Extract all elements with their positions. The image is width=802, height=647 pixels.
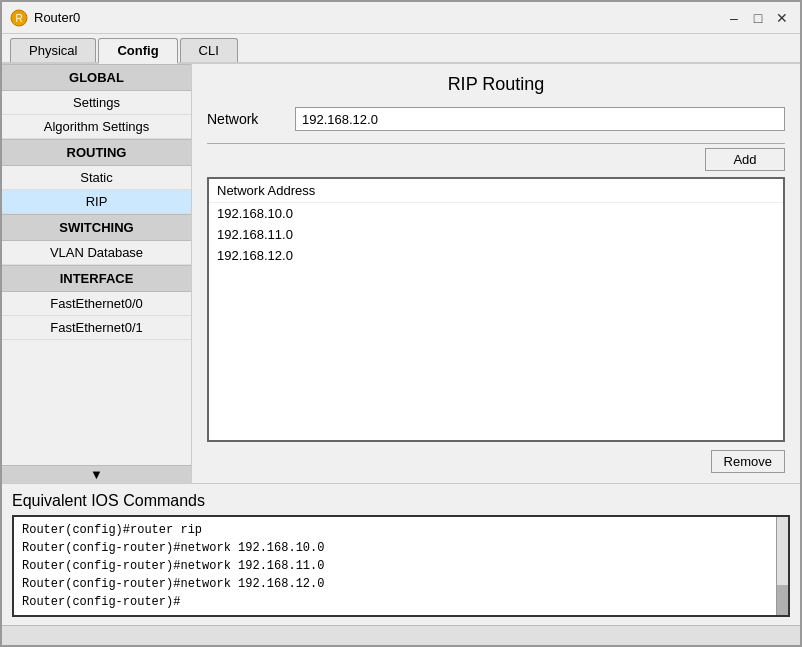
network-row: Network (207, 107, 785, 131)
main-window: R Router0 – □ ✕ Physical Config CLI GLOB… (0, 0, 802, 647)
app-icon: R (10, 9, 28, 27)
sidebar-section-interface: INTERFACE (2, 265, 191, 292)
sidebar-item-fastethernet00[interactable]: FastEthernet0/0 (2, 292, 191, 316)
divider-line (207, 143, 785, 144)
ios-command-line: Router(config)#router rip (22, 521, 780, 539)
sidebar-item-rip[interactable]: RIP (2, 190, 191, 214)
chevron-down-icon: ▼ (90, 467, 103, 482)
network-input[interactable] (295, 107, 785, 131)
window-title: Router0 (34, 10, 724, 25)
sidebar-scroll-down[interactable]: ▼ (2, 465, 191, 483)
list-item[interactable]: 192.168.12.0 (209, 245, 783, 266)
maximize-button[interactable]: □ (748, 8, 768, 28)
ios-commands-box: Router(config)#router rip Router(config-… (12, 515, 790, 617)
sidebar-item-algorithm-settings[interactable]: Algorithm Settings (2, 115, 191, 139)
sidebar-section-switching: SWITCHING (2, 214, 191, 241)
title-bar: R Router0 – □ ✕ (2, 2, 800, 34)
network-list-container: Network Address 192.168.10.0 192.168.11.… (207, 177, 785, 442)
remove-button[interactable]: Remove (711, 450, 785, 473)
ios-command-line: Router(config-router)#network 192.168.10… (22, 539, 780, 557)
sidebar: GLOBAL Settings Algorithm Settings ROUTI… (2, 64, 192, 483)
add-row: Add (207, 148, 785, 171)
minimize-button[interactable]: – (724, 8, 744, 28)
panel-title: RIP Routing (207, 74, 785, 95)
sidebar-item-vlan-database[interactable]: VLAN Database (2, 241, 191, 265)
sidebar-scroll[interactable]: GLOBAL Settings Algorithm Settings ROUTI… (2, 64, 191, 465)
ios-command-line: Router(config-router)#network 192.168.11… (22, 557, 780, 575)
sidebar-section-global: GLOBAL (2, 64, 191, 91)
svg-text:R: R (15, 13, 22, 24)
list-item[interactable]: 192.168.11.0 (209, 224, 783, 245)
tab-cli[interactable]: CLI (180, 38, 238, 62)
add-button[interactable]: Add (705, 148, 785, 171)
remove-row: Remove (207, 450, 785, 473)
tab-bar: Physical Config CLI (2, 34, 800, 64)
sidebar-item-fastethernet01[interactable]: FastEthernet0/1 (2, 316, 191, 340)
sidebar-section-routing: ROUTING (2, 139, 191, 166)
network-list-header: Network Address (209, 179, 783, 203)
window-controls: – □ ✕ (724, 8, 792, 28)
tab-config[interactable]: Config (98, 38, 177, 64)
ios-command-line: Router(config-router)#network 192.168.12… (22, 575, 780, 593)
close-button[interactable]: ✕ (772, 8, 792, 28)
ios-scrollbar[interactable] (776, 517, 788, 615)
status-bar (2, 625, 800, 645)
network-label: Network (207, 111, 287, 127)
right-panel: RIP Routing Network Add Network Address … (192, 64, 800, 483)
ios-title: Equivalent IOS Commands (12, 492, 790, 510)
ios-scrollbar-thumb (777, 585, 788, 615)
list-item[interactable]: 192.168.10.0 (209, 203, 783, 224)
sidebar-item-settings[interactable]: Settings (2, 91, 191, 115)
ios-section: Equivalent IOS Commands Router(config)#r… (2, 483, 800, 625)
tab-physical[interactable]: Physical (10, 38, 96, 62)
sidebar-item-static[interactable]: Static (2, 166, 191, 190)
ios-command-line: Router(config-router)# (22, 593, 780, 611)
main-content: GLOBAL Settings Algorithm Settings ROUTI… (2, 64, 800, 483)
